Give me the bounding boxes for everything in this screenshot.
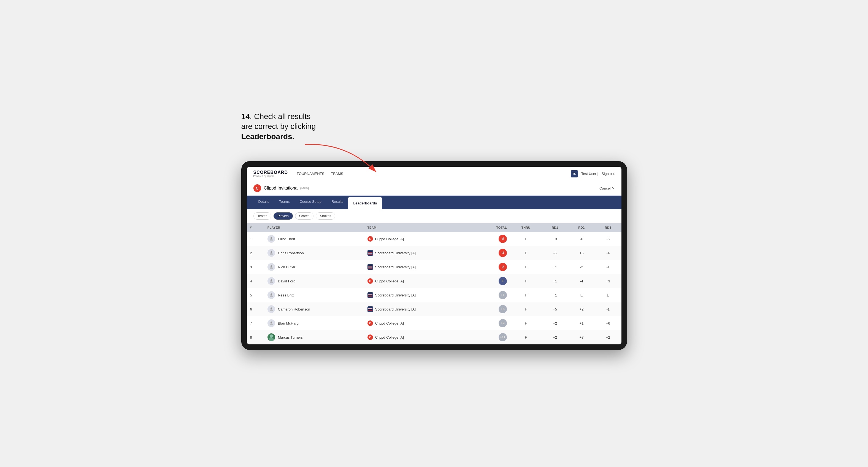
cell-team: CClippd College [A] xyxy=(364,316,475,330)
nav-logo: SCOREBOARD Powered by clippd xyxy=(253,170,288,178)
team-logo: C xyxy=(368,278,373,284)
player-name: Blair McHarg xyxy=(278,321,299,325)
tab-course-setup[interactable]: Course Setup xyxy=(295,196,327,209)
team-logo: C xyxy=(368,335,373,340)
cell-rank: 6 xyxy=(247,302,264,316)
svg-point-1 xyxy=(271,237,272,239)
table-row: 3Rich ButlerScoreboard University [A]-2F… xyxy=(247,260,621,274)
cell-total: +6 xyxy=(475,302,510,316)
cell-total: +11 xyxy=(475,330,510,344)
tournament-name: Clippd Invitational xyxy=(264,186,299,191)
tab-teams[interactable]: Teams xyxy=(274,196,294,209)
team-logo xyxy=(368,292,373,298)
cell-thru: F xyxy=(510,302,542,316)
tab-navigation: Details Teams Course Setup Results Leade… xyxy=(247,196,621,209)
svg-point-2 xyxy=(271,251,272,253)
logo-title: SCOREBOARD xyxy=(253,170,288,175)
player-name: Rich Butler xyxy=(278,265,296,269)
cell-rd1: +3 xyxy=(542,232,568,246)
user-avatar: TU xyxy=(571,170,578,178)
instruction-text: 14. Check all results are correct by cli… xyxy=(241,112,316,142)
cell-rd1: +2 xyxy=(542,316,568,330)
cell-total: +1 xyxy=(475,288,510,302)
cell-thru: F xyxy=(510,232,542,246)
nav-link-teams[interactable]: TEAMS xyxy=(331,170,343,177)
player-name: Marcus Turners xyxy=(278,335,303,339)
cell-rd2: +1 xyxy=(568,316,595,330)
cell-thru: F xyxy=(510,288,542,302)
cell-team: Scoreboard University [A] xyxy=(364,260,475,274)
total-badge: +11 xyxy=(499,333,507,341)
svg-point-5 xyxy=(271,293,272,295)
team-logo: C xyxy=(368,320,373,326)
logo-sub: Powered by clippd xyxy=(253,175,288,178)
cell-player: Chris Robertson xyxy=(264,246,364,260)
table-row: 8Marcus TurnersCClippd College [A]+11F+2… xyxy=(247,330,621,344)
total-badge: -2 xyxy=(499,263,507,271)
cell-team: Scoreboard University [A] xyxy=(364,302,475,316)
total-badge: +6 xyxy=(499,305,507,313)
table-header-row: # PLAYER TEAM TOTAL THRU RD1 RD2 RD3 xyxy=(247,223,621,232)
filter-teams[interactable]: Teams xyxy=(253,212,271,220)
nav-link-tournaments[interactable]: TOURNAMENTS xyxy=(297,170,324,177)
svg-point-4 xyxy=(271,279,272,281)
player-avatar xyxy=(268,305,275,313)
signout-link[interactable]: Sign out xyxy=(601,172,615,176)
player-avatar xyxy=(268,235,275,243)
cell-player: Cameron Robertson xyxy=(264,302,364,316)
tab-details[interactable]: Details xyxy=(253,196,274,209)
table-row: 1Elliot EbertCClippd College [A]-8F+3-6-… xyxy=(247,232,621,246)
cell-rank: 3 xyxy=(247,260,264,274)
instruction-line1: 14. Check all results xyxy=(241,112,311,121)
player-name: Rees Britt xyxy=(278,293,293,297)
cell-rank: 2 xyxy=(247,246,264,260)
total-badge: +9 xyxy=(499,319,507,327)
cancel-button[interactable]: Cancel ✕ xyxy=(599,186,615,190)
svg-point-6 xyxy=(271,308,272,309)
table-row: 5Rees BrittScoreboard University [A]+1F+… xyxy=(247,288,621,302)
cell-player: Blair McHarg xyxy=(264,316,364,330)
filter-players[interactable]: Players xyxy=(274,212,293,220)
cell-rd1: -5 xyxy=(542,246,568,260)
instruction-bold: Leaderboards. xyxy=(241,132,294,141)
tablet-frame: SCOREBOARD Powered by clippd TOURNAMENTS… xyxy=(241,161,627,350)
total-badge: -4 xyxy=(499,249,507,257)
tab-leaderboards[interactable]: Leaderboards xyxy=(348,197,382,209)
cell-rd2: +5 xyxy=(568,246,595,260)
cell-rank: 7 xyxy=(247,316,264,330)
filter-scores[interactable]: Scores xyxy=(295,212,313,220)
tab-results[interactable]: Results xyxy=(327,196,348,209)
cell-rd3: -4 xyxy=(595,246,621,260)
total-badge: -8 xyxy=(499,235,507,243)
player-avatar xyxy=(268,263,275,271)
team-logo: C xyxy=(368,236,373,242)
nav-links: TOURNAMENTS TEAMS xyxy=(297,170,571,177)
total-badge: +1 xyxy=(499,291,507,299)
page-wrapper: 14. Check all results are correct by cli… xyxy=(241,117,627,350)
team-name: Clippd College [A] xyxy=(375,279,404,283)
filter-strokes[interactable]: Strokes xyxy=(316,212,335,220)
player-name: Elliot Ebert xyxy=(278,237,295,241)
cell-rd3: -5 xyxy=(595,232,621,246)
svg-point-9 xyxy=(269,338,274,341)
team-name: Scoreboard University [A] xyxy=(375,265,416,269)
cell-total: E xyxy=(475,274,510,288)
cell-rd1: +2 xyxy=(542,330,568,344)
cell-rd2: -4 xyxy=(568,274,595,288)
col-rd2: RD2 xyxy=(568,223,595,232)
tournament-type: (Men) xyxy=(300,186,309,190)
cell-rank: 5 xyxy=(247,288,264,302)
team-name: Scoreboard University [A] xyxy=(375,307,416,311)
col-total: TOTAL xyxy=(475,223,510,232)
cell-thru: F xyxy=(510,260,542,274)
cell-total: -2 xyxy=(475,260,510,274)
cell-player: David Ford xyxy=(264,274,364,288)
table-row: 6Cameron RobertsonScoreboard University … xyxy=(247,302,621,316)
instruction-line2: are correct by clicking xyxy=(241,122,316,131)
col-rd1: RD1 xyxy=(542,223,568,232)
cell-rank: 8 xyxy=(247,330,264,344)
player-avatar xyxy=(268,291,275,299)
cell-rd2: +2 xyxy=(568,302,595,316)
player-name: David Ford xyxy=(278,279,296,283)
table-row: 2Chris RobertsonScoreboard University [A… xyxy=(247,246,621,260)
